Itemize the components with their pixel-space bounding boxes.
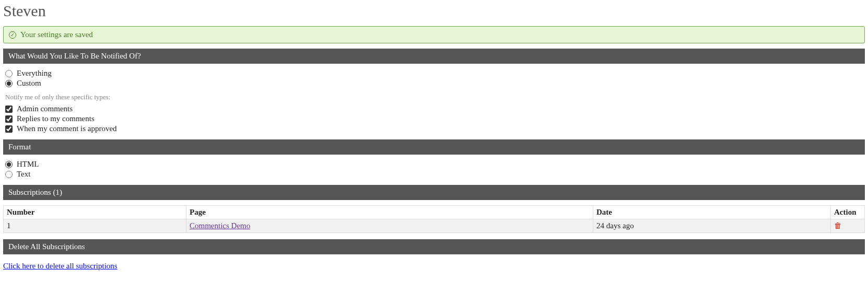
- cell-page: Commentics Demo: [186, 219, 593, 233]
- delete-all-link[interactable]: Click here to delete all subscriptions: [3, 262, 118, 271]
- format-header: Format: [3, 139, 865, 155]
- check-replies-row[interactable]: Replies to my comments: [5, 114, 865, 123]
- check-admin-row[interactable]: Admin comments: [5, 104, 865, 113]
- check-circle-icon: ✓: [9, 31, 16, 39]
- col-page: Page: [186, 206, 593, 219]
- check-admin-label: Admin comments: [17, 104, 73, 113]
- check-replies[interactable]: [5, 115, 13, 123]
- subscriptions-header: Subscriptions (1): [3, 185, 865, 200]
- cell-date: 24 days ago: [593, 219, 831, 233]
- radio-text-label: Text: [17, 170, 30, 179]
- page-link[interactable]: Commentics Demo: [190, 221, 250, 230]
- check-approved-row[interactable]: When my comment is approved: [5, 124, 865, 133]
- radio-everything[interactable]: [5, 70, 13, 77]
- notify-panel: Everything Custom Notify me of only thes…: [0, 64, 868, 139]
- subscriptions-table: Number Page Date Action 1 Commentics Dem…: [3, 205, 865, 233]
- delete-all-header: Delete All Subscriptions: [3, 239, 865, 254]
- col-date: Date: [593, 206, 831, 219]
- success-alert: ✓ Your settings are saved: [3, 26, 865, 43]
- check-replies-label: Replies to my comments: [17, 114, 95, 123]
- check-approved-label: When my comment is approved: [17, 124, 117, 133]
- success-text: Your settings are saved: [20, 30, 93, 39]
- radio-everything-row[interactable]: Everything: [5, 69, 865, 78]
- radio-custom[interactable]: [5, 80, 13, 87]
- radio-text[interactable]: [5, 171, 13, 178]
- page-title: Steven: [0, 0, 868, 26]
- table-row: 1 Commentics Demo 24 days ago 🗑: [4, 219, 865, 233]
- radio-html-row[interactable]: HTML: [5, 160, 865, 169]
- col-action: Action: [831, 206, 865, 219]
- cell-action: 🗑: [831, 219, 865, 233]
- radio-text-row[interactable]: Text: [5, 170, 865, 179]
- cell-number: 1: [4, 219, 186, 233]
- radio-custom-row[interactable]: Custom: [5, 79, 865, 88]
- radio-everything-label: Everything: [17, 69, 52, 78]
- table-header-row: Number Page Date Action: [4, 206, 865, 219]
- radio-custom-label: Custom: [17, 79, 41, 88]
- col-number: Number: [4, 206, 186, 219]
- check-approved[interactable]: [5, 125, 13, 133]
- radio-html[interactable]: [5, 161, 13, 168]
- check-admin[interactable]: [5, 106, 13, 113]
- notify-hint: Notify me of only these specific types:: [5, 93, 865, 101]
- radio-html-label: HTML: [17, 160, 39, 169]
- trash-icon[interactable]: 🗑: [834, 221, 842, 230]
- notify-header: What Would You Like To Be Notified Of?: [3, 49, 865, 64]
- format-panel: HTML Text: [0, 155, 868, 185]
